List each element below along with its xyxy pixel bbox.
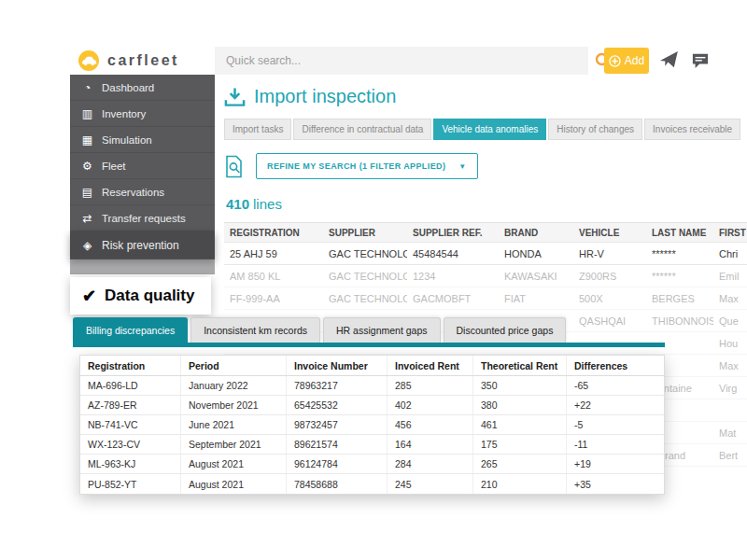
sidebar-item-dashboard[interactable]: ◔Dashboard xyxy=(70,75,215,101)
tab-vehicle-data-anomalies[interactable]: Vehicle data anomalies xyxy=(433,119,546,140)
add-button[interactable]: Add xyxy=(604,48,649,74)
table-cell: 78458688 xyxy=(287,474,388,494)
import-download-icon xyxy=(224,87,246,107)
refine-row: REFINE MY SEARCH (1 FILTER APPLIED) ▼ xyxy=(224,153,478,179)
table-cell: NB-741-VC xyxy=(80,415,181,434)
table-cell: August 2021 xyxy=(181,455,287,473)
table-cell: AZ-789-ER xyxy=(80,396,181,414)
table-cell: THIBONNOIS xyxy=(646,315,713,327)
table-row[interactable]: AZ-789-ERNovember 202165425532402380+22 xyxy=(80,396,664,415)
refine-search-button[interactable]: REFINE MY SEARCH (1 FILTER APPLIED) ▼ xyxy=(256,153,478,179)
data-quality-title: ✔ Data quality xyxy=(70,277,211,315)
column-header: SUPPLIER REF. xyxy=(407,228,499,238)
sidebar-item-simulation[interactable]: ▦Simulation xyxy=(70,127,215,153)
table-row[interactable]: ML-963-KJAugust 202196124784284265+19 xyxy=(80,455,664,474)
column-header: VEHICLE xyxy=(573,228,646,238)
table-cell: BERGES xyxy=(646,293,713,304)
column-header: Theoretical Rent xyxy=(473,356,567,375)
table-cell: 402 xyxy=(388,396,473,414)
table-row[interactable]: AM 850 KLGAC TECHNOLOGY1234KAWASAKIZ900R… xyxy=(224,265,747,287)
carfleet-logo xyxy=(78,49,100,72)
sidebar-item-label: Reservations xyxy=(102,187,164,198)
lines-count-label: lines xyxy=(253,196,282,212)
lines-count: 410lines xyxy=(226,196,282,212)
table-row[interactable]: NB-741-VCJune 202198732457456461-5 xyxy=(80,415,664,435)
table-cell: KAWASAKI xyxy=(499,271,573,282)
calendar-icon: ▤ xyxy=(80,186,94,199)
table-row[interactable]: MA-696-LDJanuary 202278963217285350-65 xyxy=(80,376,664,396)
chat-icon[interactable] xyxy=(691,52,710,73)
table-cell: 500X xyxy=(573,293,646,304)
table-cell: 89621574 xyxy=(287,435,388,454)
column-header: SUPPLIER xyxy=(323,228,407,238)
sidebar-item-label: Transfer requests xyxy=(102,213,186,224)
sidebar: ◔Dashboard▥Inventory▦Simulation⚙Fleet▤Re… xyxy=(70,75,215,274)
table-cell: 461 xyxy=(473,415,567,434)
table-cell: HR-V xyxy=(573,248,646,259)
column-header: REGISTRATION xyxy=(224,228,323,238)
table-cell: AM 850 KL xyxy=(224,271,323,282)
data-quality-tabs: Billing discrepanciesInconsistent km rec… xyxy=(73,317,566,343)
table-cell: 45484544 xyxy=(407,248,499,259)
table-cell: MA-696-LD xyxy=(80,376,181,395)
tab-invoices-receivable[interactable]: Invoices receivable xyxy=(644,119,740,140)
table-cell: GAC TECHNOLOGY xyxy=(323,248,407,259)
data-quality-accent-bar xyxy=(73,343,665,347)
dq-tab-billing-discrepancies[interactable]: Billing discrepancies xyxy=(73,317,188,343)
table-cell: +19 xyxy=(567,455,660,473)
table-cell: Mat xyxy=(713,427,747,439)
sidebar-item-label: Risk prevention xyxy=(102,239,179,252)
table-cell: June 2021 xyxy=(181,415,287,434)
table-cell: -65 xyxy=(567,376,660,395)
data-quality-table: RegistrationPeriodInvoice NumberInvoiced… xyxy=(79,355,665,495)
table-cell: +22 xyxy=(567,396,660,414)
table-cell: 245 xyxy=(388,474,473,494)
table-cell: 65425532 xyxy=(287,396,388,414)
table-cell: November 2021 xyxy=(181,396,287,414)
table-row[interactable]: PU-852-YTAugust 202178458688245210+35 xyxy=(80,474,664,494)
search-input[interactable] xyxy=(215,47,588,75)
refine-search-label: REFINE MY SEARCH (1 FILTER APPLIED) xyxy=(267,161,445,171)
column-header: Differences xyxy=(567,356,660,375)
column-header: Invoiced Rent xyxy=(388,356,473,375)
top-header: carfleet Add xyxy=(70,47,747,75)
dq-tab-inconsistent-km-records[interactable]: Inconsistent km records xyxy=(190,317,320,343)
table-cell: Que xyxy=(713,315,747,327)
table-cell: 25 AHJ 59 xyxy=(224,248,323,259)
sidebar-item-inventory[interactable]: ▥Inventory xyxy=(70,101,215,127)
sidebar-item-fleet[interactable]: ⚙Fleet xyxy=(70,153,215,179)
table-row[interactable]: FF-999-AAGAC TECHNOLOGYGACMOBFTFIAT500XB… xyxy=(224,287,747,310)
send-icon[interactable] xyxy=(659,51,680,73)
sidebar-item-transfer-requests[interactable]: ⇄Transfer requests xyxy=(70,205,215,231)
table-cell: 284 xyxy=(388,455,473,473)
table-cell: Max xyxy=(713,360,747,371)
table-cell: 350 xyxy=(473,376,567,395)
table-cell: August 2021 xyxy=(181,474,287,494)
table-cell: HONDA xyxy=(499,248,573,259)
sidebar-item-risk-prevention[interactable]: ◈Risk prevention xyxy=(70,231,215,259)
table-cell: -5 xyxy=(567,415,660,434)
column-header: FIRST NAME xyxy=(713,228,747,238)
chevron-down-icon: ▼ xyxy=(458,162,466,171)
tab-difference-in-contractual-data[interactable]: Difference in contractual data xyxy=(293,119,431,140)
tab-import-tasks[interactable]: Import tasks xyxy=(224,119,291,140)
sidebar-item-label: Inventory xyxy=(102,108,146,119)
sidebar-item-reservations[interactable]: ▤Reservations xyxy=(70,179,215,205)
table-cell: 98732457 xyxy=(287,415,388,434)
tab-history-of-changes[interactable]: History of changes xyxy=(548,119,642,140)
table-cell: 1234 xyxy=(407,271,499,282)
filter-document-icon xyxy=(224,155,245,178)
page-title-row: Import inspection xyxy=(224,86,396,107)
brand-name: carfleet xyxy=(107,52,179,69)
dq-tab-discounted-price-gaps[interactable]: Discounted price gaps xyxy=(444,317,567,343)
table-cell: Max xyxy=(713,293,747,304)
table-cell: 175 xyxy=(473,435,567,454)
table-row[interactable]: WX-123-CVSeptember 202189621574164175-11 xyxy=(80,435,664,455)
table-row[interactable]: 25 AHJ 59GAC TECHNOLOGY45484544HONDAHR-V… xyxy=(224,243,747,265)
column-header: Invoice Number xyxy=(287,356,388,375)
table-cell: 210 xyxy=(473,474,567,494)
dq-tab-hr-assignment-gaps[interactable]: HR assignment gaps xyxy=(323,317,440,343)
table-cell: Bert xyxy=(713,450,747,461)
table-cell: 285 xyxy=(388,376,473,395)
table-cell: GAC TECHNOLOGY xyxy=(323,271,407,282)
